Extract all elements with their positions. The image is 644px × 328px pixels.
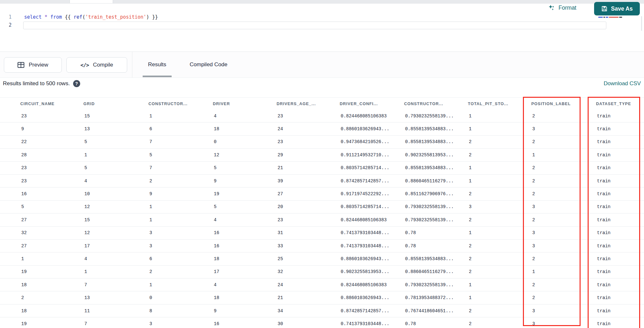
table-row: 3212316310.7413793103448...0.7813train bbox=[0, 227, 644, 240]
table-cell: 1 bbox=[468, 295, 531, 300]
sql-editor[interactable]: 1 2 select * from {{ ref('train_test_pos… bbox=[0, 12, 644, 51]
table-cell: 13 bbox=[83, 126, 148, 132]
line-number-2: 2 bbox=[0, 22, 12, 29]
table-cell: 19 bbox=[20, 321, 83, 326]
table-cell: 22 bbox=[20, 139, 83, 144]
compile-button[interactable]: </> Compile bbox=[66, 57, 127, 73]
table-row: 271514230.8244680851063830.7930232558139… bbox=[0, 214, 644, 226]
table-cell: 23 bbox=[20, 165, 83, 170]
table-cell: 10 bbox=[83, 191, 148, 196]
table-cell: 24 bbox=[277, 282, 340, 287]
sql-ide-window: Format Save As 1 2 select * from {{ ref(… bbox=[0, 0, 644, 328]
table-cell: 7 bbox=[83, 321, 148, 326]
table-cell: train bbox=[596, 191, 644, 196]
table-row: 51215200.8035714285714...0.7930232558139… bbox=[0, 201, 644, 214]
table-cell: train bbox=[596, 165, 644, 170]
table-cell: train bbox=[596, 217, 644, 223]
table-cell: 6 bbox=[148, 126, 213, 132]
table-cell: 0.7813953488372... bbox=[404, 295, 468, 300]
table-cell: 12 bbox=[83, 230, 148, 235]
code-token: from bbox=[50, 14, 62, 20]
table-cell: 18 bbox=[20, 282, 83, 287]
table-cell: 13 bbox=[83, 295, 148, 300]
table-cell: 2 bbox=[148, 178, 213, 184]
table-cell: 18 bbox=[213, 126, 277, 132]
table-cell: 18 bbox=[213, 256, 277, 261]
table-cell: train bbox=[596, 204, 644, 209]
table-cell: 0.8511627906976... bbox=[404, 191, 468, 196]
code-line-1-content: select * from {{ ref('train_test_positio… bbox=[24, 14, 158, 21]
table-row: 191217320.9023255813953...0.886046511627… bbox=[0, 266, 644, 278]
table-cell: 3 bbox=[531, 126, 596, 132]
table-cell: 4 bbox=[213, 114, 277, 119]
table-cell: 21 bbox=[277, 295, 340, 300]
line-number-1: 1 bbox=[0, 14, 12, 21]
table-cell: 30 bbox=[277, 321, 340, 326]
tab-results[interactable]: Results bbox=[143, 52, 172, 77]
results-limit-note: Results limited to 500 rows. ? bbox=[3, 80, 80, 87]
table-row: 22570230.9473684210526...0.8558139534883… bbox=[0, 136, 644, 149]
table-cell: 0.9473684210526... bbox=[340, 139, 404, 144]
table-row: 1610919270.9171974522292...0.85116279069… bbox=[0, 187, 644, 200]
table-cell: 1 bbox=[468, 126, 531, 132]
format-button[interactable]: Format bbox=[548, 4, 576, 11]
results-limit-text: Results limited to 500 rows. bbox=[3, 80, 70, 87]
table-cell: 2 bbox=[531, 165, 596, 170]
table-cell: 12 bbox=[213, 152, 277, 158]
table-row: 213018210.8860103626943...0.781395348837… bbox=[0, 291, 644, 304]
preview-label: Preview bbox=[29, 62, 48, 68]
table-cell: 5 bbox=[83, 139, 148, 144]
table-cell: 3 bbox=[531, 308, 596, 314]
table-cell: 23 bbox=[277, 114, 340, 119]
table-cell: train bbox=[596, 308, 644, 314]
code-token: ( bbox=[82, 14, 85, 20]
tab-compiled-code[interactable]: Compiled Code bbox=[190, 52, 227, 77]
table-cell: 3 bbox=[148, 243, 213, 249]
table-cell: 2 bbox=[531, 256, 596, 261]
column-header: DRIVER bbox=[213, 102, 277, 106]
table-cell: 0.8742857142857... bbox=[340, 308, 404, 314]
table-cell: 2 bbox=[148, 269, 213, 274]
table-cell: 19 bbox=[20, 269, 83, 274]
table-cell: 2 bbox=[531, 217, 596, 223]
table-cell: 32 bbox=[277, 269, 340, 274]
preview-button[interactable]: Preview bbox=[4, 57, 62, 73]
table-cell: 5 bbox=[83, 165, 148, 170]
table-cell: 1 bbox=[83, 269, 148, 274]
column-header: DRIVER_CONFI... bbox=[340, 102, 404, 106]
table-cell: 2 bbox=[531, 191, 596, 196]
question-mark-icon[interactable]: ? bbox=[73, 80, 80, 87]
table-cell: 21 bbox=[277, 165, 340, 170]
table-cell: 24 bbox=[277, 126, 340, 132]
file-tab-partial[interactable] bbox=[70, 0, 113, 3]
toolbar-divider bbox=[132, 52, 132, 77]
table-cell: 0.8558139534883... bbox=[404, 165, 468, 170]
column-header: CONSTRUCTOR... bbox=[404, 102, 468, 106]
table-cell: 2 bbox=[531, 178, 596, 184]
table-cell: 12 bbox=[83, 204, 148, 209]
table-cell: 0 bbox=[148, 295, 213, 300]
table-cell: 3 bbox=[531, 321, 596, 326]
table-cell: 3 bbox=[468, 204, 531, 209]
floppy-disk-icon bbox=[601, 5, 608, 12]
table-cell: 29 bbox=[277, 152, 340, 158]
table-cell: 0.9112149532710... bbox=[340, 152, 404, 158]
download-csv-link[interactable]: Download CSV bbox=[604, 80, 641, 87]
table-cell: train bbox=[596, 243, 644, 249]
table-cell: 32 bbox=[20, 230, 83, 235]
table-cell: 9 bbox=[20, 126, 83, 132]
format-label: Format bbox=[559, 5, 576, 11]
table-cell: 1 bbox=[531, 152, 596, 158]
table-cell: 15 bbox=[83, 114, 148, 119]
sparkles-icon bbox=[548, 4, 555, 11]
table-cell: 8 bbox=[148, 308, 213, 314]
table-cell: 2 bbox=[468, 139, 531, 144]
table-row: 23575210.8035714285714...0.8558139534883… bbox=[0, 162, 644, 175]
table-cell: train bbox=[596, 139, 644, 144]
table-cell: 0.8035714285714... bbox=[340, 165, 404, 170]
table-cell: 25 bbox=[277, 256, 340, 261]
table-cell: 0.8860103626943... bbox=[340, 295, 404, 300]
code-icon: </> bbox=[80, 62, 89, 68]
table-cell: 4 bbox=[213, 217, 277, 223]
table-cell: 0.7413793103448... bbox=[340, 230, 404, 235]
